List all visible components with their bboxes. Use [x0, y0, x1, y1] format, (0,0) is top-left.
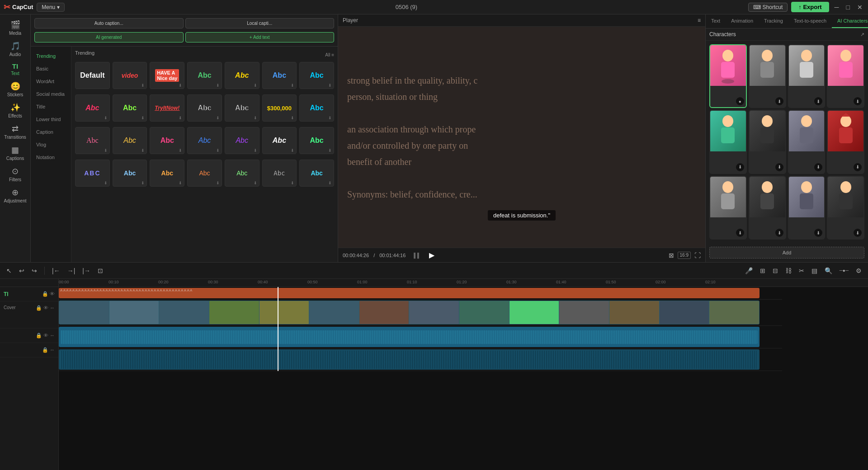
tab-text-to-speech[interactable]: Text-to-speech	[788, 14, 832, 28]
maximize-button[interactable]: □	[844, 4, 852, 11]
text-style-tryitnow[interactable]: TryItNow!⬇	[150, 94, 184, 122]
text-style-caps4[interactable]: Abc⬇	[187, 160, 222, 187]
text-style-default[interactable]: Default	[75, 62, 110, 89]
text-style-caps7[interactable]: Abc⬇	[299, 160, 334, 187]
audio1-track-clip[interactable]	[59, 327, 760, 347]
sidebar-item-notation[interactable]: Notation	[33, 152, 69, 163]
tab-text[interactable]: Text	[706, 14, 726, 28]
text-style-greenb[interactable]: Abc⬇	[299, 127, 334, 154]
sidebar-item-trending[interactable]: Trending	[33, 51, 69, 61]
text-style-cyan2[interactable]: Abc⬇	[299, 94, 334, 122]
character-card-6[interactable]: ⬇	[749, 110, 786, 174]
text-style-outline2[interactable]: Abc⬇	[225, 94, 259, 122]
split-track-button[interactable]: ⊞	[758, 266, 767, 275]
sidebar-item-caption[interactable]: Caption	[33, 127, 69, 137]
toolbar-effects[interactable]: ✨ Effects	[2, 101, 29, 120]
text-style-blue[interactable]: Abc⬇	[262, 62, 297, 89]
timeline-ruler[interactable]: 00:00 00:10 00:20 00:30 00:40 00:50 01:0…	[59, 279, 868, 287]
character-card-2[interactable]: ⬇	[749, 44, 786, 108]
text-style-white[interactable]: Abc⬇	[262, 127, 297, 154]
cursor-tool[interactable]: ↖	[5, 266, 14, 275]
link-button[interactable]: ⛓	[783, 266, 793, 275]
character-card-3[interactable]: ⬇	[788, 44, 826, 108]
tl-lock-icon-2[interactable]: 🔒	[36, 305, 42, 311]
text-style-gold[interactable]: Abc⬇	[113, 127, 147, 154]
menu-button[interactable]: Menu ▾	[37, 3, 64, 12]
settings-button[interactable]: ⚙	[854, 266, 863, 275]
text-style-niceday[interactable]: HAVE ANice day⬇	[150, 62, 184, 89]
play-button[interactable]: ▶	[425, 251, 438, 259]
local-caption-button[interactable]: Local capti...	[185, 18, 335, 28]
text-style-caps5[interactable]: Abc⬇	[225, 160, 259, 187]
text-style-green[interactable]: Abc⬇	[187, 62, 222, 89]
trim-start-button[interactable]: →|	[66, 266, 77, 275]
toolbar-audio[interactable]: 🎵 Audio	[2, 39, 29, 59]
toolbar-text[interactable]: TI Text	[2, 61, 29, 78]
text-style-purple[interactable]: Abc⬇	[225, 127, 259, 154]
add-text-button[interactable]: + Add text	[185, 32, 335, 42]
character-card-11[interactable]: ⬇	[788, 176, 826, 240]
text-style-cursive[interactable]: Abc⬇	[75, 127, 110, 154]
text-style-lime[interactable]: Abc⬇	[113, 94, 147, 122]
character-card-5[interactable]: ⬇	[709, 110, 747, 174]
tl-lock-icon-1[interactable]: 🔒	[42, 291, 48, 297]
zoom-slider[interactable]: ─●─	[838, 267, 850, 274]
minimize-button[interactable]: ─	[833, 4, 841, 11]
text-style-caps6[interactable]: Abc⬇	[262, 160, 297, 187]
toolbar-stickers[interactable]: 😊 Stickers	[2, 80, 29, 99]
toolbar-transitions[interactable]: ⇄ Transitions	[2, 122, 29, 141]
undo-button[interactable]: ↩	[17, 266, 26, 275]
export-button[interactable]: ↑ Export	[791, 2, 829, 12]
character-card-4[interactable]: ⬇	[827, 44, 864, 108]
tl-expand-icon-3[interactable]: ↔	[50, 333, 55, 338]
expand-icon[interactable]: ⛶	[694, 252, 701, 259]
character-card-8[interactable]: ⬇	[827, 110, 864, 174]
sidebar-item-title[interactable]: Title	[33, 101, 69, 112]
player-menu-icon[interactable]: ≡	[698, 17, 701, 24]
toolbar-captions[interactable]: ▦ Captions	[2, 143, 29, 163]
sidebar-item-vlog[interactable]: Vlog	[33, 139, 69, 150]
zoom-out-button[interactable]: 🔍	[823, 266, 834, 275]
tl-lock-icon-3[interactable]: 🔒	[36, 333, 42, 338]
sidebar-item-wordart[interactable]: WordArt	[33, 76, 69, 87]
text-style-video[interactable]: video⬇	[113, 62, 147, 89]
character-card-7[interactable]: ⬇	[788, 110, 826, 174]
audio-mix-button[interactable]: ⊟	[771, 266, 780, 275]
text-track-clip[interactable]: A A A A A A A A A A A A A A A A A A A A …	[59, 288, 760, 298]
tl-lock-icon-4[interactable]: 🔒	[42, 347, 48, 353]
toolbar-adjustment[interactable]: ⊕ Adjustment	[2, 186, 29, 205]
character-card-12[interactable]: ⬇	[827, 176, 864, 240]
text-style-yellow[interactable]: Abc⬇	[225, 62, 259, 89]
tl-eye-icon-1[interactable]: 👁	[50, 291, 55, 297]
fullscreen-icon[interactable]: ⊠	[669, 252, 674, 259]
text-style-caps1[interactable]: ABC⬇	[75, 160, 110, 187]
audio2-track-clip[interactable]	[59, 349, 760, 370]
text-style-outline[interactable]: Abc⬇	[187, 94, 222, 122]
tab-tracking[interactable]: Tracking	[759, 14, 788, 28]
close-button[interactable]: ✕	[855, 4, 864, 11]
tab-ai-characters[interactable]: AI Characters	[832, 14, 868, 28]
tl-eye-icon-3[interactable]: 👁	[43, 333, 48, 338]
text-style-caps3[interactable]: Abc⬇	[150, 160, 184, 187]
text-style-pink[interactable]: Abc⬇	[150, 127, 184, 154]
ai-generated-button[interactable]: AI generated	[34, 32, 184, 42]
unlink-button[interactable]: ✂	[797, 266, 806, 275]
playhead[interactable]	[278, 287, 278, 371]
sidebar-item-lower-third[interactable]: Lower third	[33, 114, 69, 125]
sidebar-item-social-media[interactable]: Social media	[33, 89, 69, 99]
tl-expand-icon-2[interactable]: ↔	[50, 305, 55, 311]
delete-button[interactable]: ⊡	[96, 266, 105, 275]
subtitle-button[interactable]: ▤	[810, 266, 819, 275]
add-character-button[interactable]: Add	[709, 247, 864, 258]
character-card-9[interactable]: ⬇	[709, 176, 747, 240]
text-style-red2[interactable]: Abc⬇	[75, 94, 110, 122]
shortcut-button[interactable]: ⌨ Shortcut	[748, 3, 788, 12]
text-style-blue2[interactable]: Abc⬇	[187, 127, 222, 154]
tl-eye-icon-2[interactable]: 👁	[43, 305, 48, 311]
all-filter-btn[interactable]: All ≡	[325, 52, 334, 57]
mic-button[interactable]: 🎤	[743, 266, 755, 275]
text-style-caps2[interactable]: Abc⬇	[113, 160, 147, 187]
character-card-10[interactable]: ⬇	[749, 176, 786, 240]
tab-animation[interactable]: Animation	[726, 14, 759, 28]
character-card-1[interactable]: ●	[709, 44, 747, 108]
